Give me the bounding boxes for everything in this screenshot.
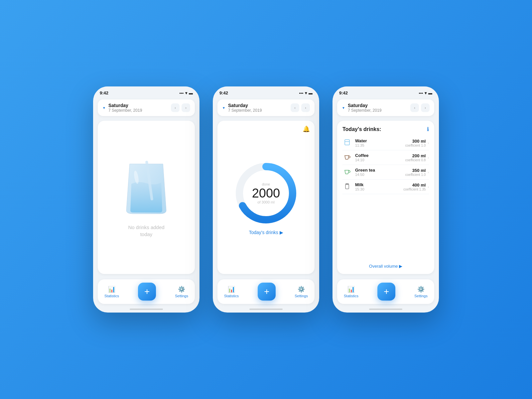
statistics-tab-3[interactable]: 📊 Statistics: [344, 286, 358, 298]
dropdown-arrow-3[interactable]: ▼: [342, 106, 345, 110]
statistics-tab-2[interactable]: 📊 Statistics: [224, 286, 239, 298]
tea-info: Green tea 14:50: [355, 168, 405, 177]
date-header-2: ▼ Saturday 7 September, 2019 ‹ ›: [217, 99, 315, 116]
add-button-1[interactable]: +: [138, 283, 156, 301]
drinks-title: Today's drinks:: [342, 126, 381, 132]
next-date-1[interactable]: ›: [182, 103, 190, 112]
day-name-1: Saturday: [108, 103, 142, 108]
statistics-icon-2: 📊: [228, 286, 235, 293]
settings-label-3: Settings: [414, 294, 428, 298]
date-info-1: ▼ Saturday 7 September, 2019: [102, 103, 142, 113]
statistics-label-1: Statistics: [104, 294, 119, 298]
date-nav-2: ‹ ›: [291, 103, 310, 112]
settings-tab-2[interactable]: ⚙️ Settings: [295, 286, 308, 298]
coffee-name: Coffee: [355, 153, 405, 158]
water-chevron: ›: [428, 141, 429, 145]
overall-volume-link[interactable]: Overall volume ▶: [342, 261, 429, 269]
status-bar-2: 9:42 ▪▪▪ ▾ ▬: [213, 86, 319, 97]
main-content-2: 🔔 done 2000 o: [217, 121, 315, 274]
tea-name: Green tea: [355, 168, 405, 173]
wifi-icon: ▾: [185, 91, 187, 95]
coffee-amount: 200 ml coefficient 0.8: [405, 153, 426, 162]
list-item[interactable]: Coffee 14:10 200 ml coefficient 0.8 ›: [342, 150, 429, 165]
milk-amount: 400 ml coefficient 1.35: [403, 183, 426, 191]
status-bar-3: 9:42 ▪▪▪ ▾ ▬: [332, 86, 439, 97]
settings-label-2: Settings: [295, 294, 308, 298]
tea-icon: [342, 168, 352, 177]
donut-center: done 2000 of 3000 ml: [252, 182, 280, 204]
date-header-1: ▼ Saturday 7 September, 2019 ‹ ›: [98, 99, 195, 116]
tea-time: 14:50: [355, 173, 405, 177]
list-item[interactable]: Water 11:35 300 ml coefficient 1.0 ›: [342, 136, 429, 150]
home-indicator-1: [130, 309, 163, 310]
list-item[interactable]: Green tea 14:50 350 ml coefficient 1.0 ›: [342, 165, 429, 180]
add-button-2[interactable]: +: [258, 283, 276, 301]
dropdown-arrow-2[interactable]: ▼: [222, 106, 225, 110]
next-date-2[interactable]: ›: [301, 103, 310, 112]
donut-chart: done 2000 of 3000 ml: [233, 160, 299, 226]
coffee-chevron: ›: [428, 156, 429, 160]
settings-icon-3: ⚙️: [417, 286, 425, 293]
wifi-icon-2: ▾: [305, 91, 307, 95]
settings-icon-1: ⚙️: [178, 286, 185, 293]
milk-info: Milk 15:30: [355, 182, 403, 191]
day-name-3: Saturday: [348, 103, 381, 108]
status-icons-3: ▪▪▪ ▾ ▬: [419, 91, 432, 95]
home-indicator-3: [369, 309, 402, 310]
battery-icon-3: ▬: [428, 91, 432, 95]
dropdown-arrow-1[interactable]: ▼: [102, 106, 106, 110]
water-icon: [342, 138, 352, 147]
prev-date-2[interactable]: ‹: [291, 103, 299, 112]
settings-tab-3[interactable]: ⚙️ Settings: [414, 286, 428, 298]
date-nav-1: ‹ ›: [171, 103, 190, 112]
list-item[interactable]: Milk 15:30 400 ml coefficient 1.35 ›: [342, 180, 429, 194]
coffee-icon: [342, 153, 352, 162]
drinks-header: Today's drinks: ℹ: [342, 126, 429, 132]
coffee-time: 14:10: [355, 158, 405, 162]
add-button-3[interactable]: +: [377, 283, 395, 301]
bottom-nav-3: 📊 Statistics + ⚙️ Settings: [337, 279, 434, 304]
donut-sub: of 3000 ml: [252, 200, 280, 204]
info-icon[interactable]: ℹ: [427, 126, 429, 132]
date-nav-3: ‹ ›: [410, 103, 430, 112]
signal-icon: ▪▪▪: [179, 91, 184, 95]
water-amount: 300 ml coefficient 1.0: [405, 139, 426, 147]
full-date-3: 7 September, 2019: [348, 108, 381, 113]
prev-date-3[interactable]: ‹: [410, 103, 419, 112]
full-date-1: 7 September, 2019: [108, 108, 142, 113]
milk-icon: [342, 182, 352, 191]
time-1: 9:42: [100, 90, 108, 95]
svg-rect-4: [345, 140, 349, 145]
plus-icon-1: +: [144, 286, 150, 297]
svg-rect-6: [345, 184, 349, 189]
day-name-2: Saturday: [228, 103, 262, 108]
next-date-3[interactable]: ›: [421, 103, 430, 112]
settings-icon-2: ⚙️: [298, 286, 305, 293]
today-drinks-link[interactable]: Today's drinks ▶: [249, 230, 283, 235]
prev-date-1[interactable]: ‹: [171, 103, 180, 112]
milk-chevron: ›: [428, 185, 429, 189]
settings-tab-1[interactable]: ⚙️ Settings: [175, 286, 188, 298]
drinks-list: Today's drinks: ℹ Water 11:35 300 ml coe…: [337, 121, 434, 274]
empty-state: No drinks added today: [98, 121, 195, 274]
battery-icon: ▬: [189, 91, 193, 95]
statistics-label-3: Statistics: [344, 294, 358, 298]
statistics-tab-1[interactable]: 📊 Statistics: [104, 286, 119, 298]
bottom-nav-2: 📊 Statistics + ⚙️ Settings: [217, 279, 315, 304]
phone-1: 9:42 ▪▪▪ ▾ ▬ ▼ Saturday 7 September, 201…: [93, 86, 200, 313]
main-content-3: Today's drinks: ℹ Water 11:35 300 ml coe…: [337, 121, 434, 274]
donut-value: 2000: [252, 187, 280, 200]
plus-icon-3: +: [384, 286, 389, 297]
bell-icon[interactable]: 🔔: [303, 125, 310, 133]
donut-state: 🔔 done 2000 o: [217, 121, 315, 274]
phone-3: 9:42 ▪▪▪ ▾ ▬ ▼ Saturday 7 September, 201…: [332, 86, 439, 313]
status-icons-2: ▪▪▪ ▾ ▬: [299, 91, 313, 95]
statistics-label-2: Statistics: [224, 294, 239, 298]
donut-label: done: [252, 182, 280, 186]
statistics-icon-1: 📊: [108, 286, 115, 293]
phone-2: 9:42 ▪▪▪ ▾ ▬ ▼ Saturday 7 September, 201…: [213, 86, 319, 313]
time-3: 9:42: [339, 90, 348, 95]
signal-icon-2: ▪▪▪: [299, 91, 303, 95]
status-icons-1: ▪▪▪ ▾ ▬: [179, 91, 193, 95]
battery-icon-2: ▬: [309, 91, 313, 95]
